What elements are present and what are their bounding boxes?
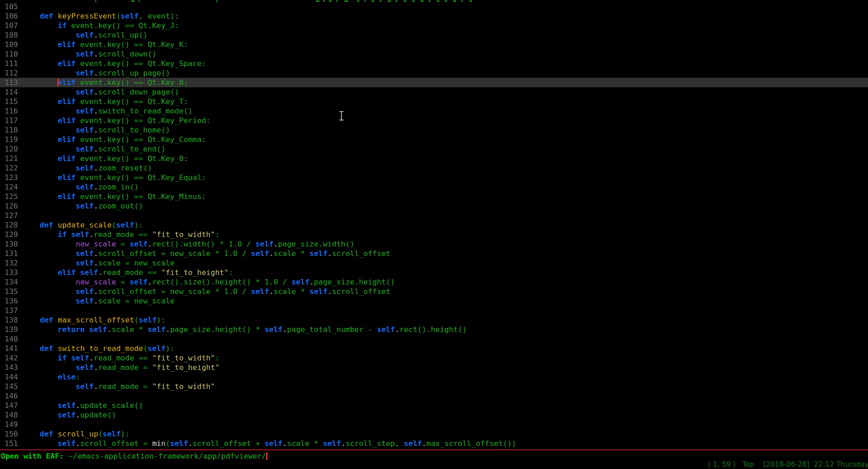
minibuffer-input[interactable]: Open with EAF: ~/emacs-application-frame… xyxy=(1,452,267,460)
code-line[interactable]: 140 xyxy=(0,334,868,344)
code-line[interactable]: 147 self.update_scale() xyxy=(0,401,868,410)
code-token: . xyxy=(94,145,98,153)
code-text: self.update_scale() xyxy=(22,401,143,410)
code-token xyxy=(22,145,76,153)
code-lines: 105106 def keyPressEvent(self, event):10… xyxy=(0,2,868,448)
code-line[interactable]: 124 self.zoom_in() xyxy=(0,182,868,192)
code-line[interactable]: 117 elif event.key() == Qt.Key_Period: xyxy=(0,116,868,125)
code-line[interactable]: 106 def keyPressEvent(self, event): xyxy=(0,11,868,21)
line-number: 114 xyxy=(5,87,18,97)
code-token: . xyxy=(94,107,98,115)
code-line[interactable]: 148 self.update() xyxy=(0,410,868,420)
code-line[interactable]: 128 def update_scale(self): xyxy=(0,220,868,230)
code-line[interactable]: 146 xyxy=(0,391,868,401)
code-token: switch_to_read_mode xyxy=(58,344,143,353)
code-line[interactable]: 151 self.scroll_offset = min(self.scroll… xyxy=(0,439,868,448)
code-line[interactable]: 131 self.scroll_offset = new_scale * 1.0… xyxy=(0,249,868,258)
code-token: self xyxy=(265,439,283,448)
code-token: . xyxy=(188,439,193,448)
code-token: self xyxy=(76,287,94,296)
code-line[interactable]: 107 if event.key() == Qt.Key_J: xyxy=(0,21,868,30)
code-token: self xyxy=(76,363,94,372)
code-line[interactable]: 114 self.scroll_down_page() xyxy=(0,87,868,97)
code-line[interactable]: 115 elif event.key() == Qt.Key_T: xyxy=(0,97,868,106)
code-text: elif self.read_mode == "fit_to_height": xyxy=(22,268,233,277)
code-token: page_size.width() xyxy=(278,240,354,248)
code-line[interactable]: 144 else: xyxy=(0,372,868,382)
code-line[interactable]: 112 self.scroll_up_page() xyxy=(0,68,868,78)
code-token: new_scale xyxy=(76,240,116,248)
code-line[interactable]: 135 self.scroll_offset = new_scale * 1.0… xyxy=(0,287,868,296)
code-line[interactable]: 150 def scroll_up(self): xyxy=(0,429,868,439)
code-line[interactable]: 111 elif event.key() == Qt.Key_Space: xyxy=(0,59,868,68)
code-token: zoom_reset() xyxy=(98,164,152,172)
code-line[interactable]: 126 self.zoom_out() xyxy=(0,201,868,211)
code-token xyxy=(22,69,76,77)
code-line[interactable]: 132 self.scale = new_scale xyxy=(0,258,868,268)
code-line[interactable]: 108 self.scroll_up() xyxy=(0,30,868,40)
line-number: 130 xyxy=(5,239,18,249)
code-token: ( xyxy=(166,439,170,448)
code-token: page_size.height() xyxy=(314,278,395,286)
code-token: . xyxy=(94,183,98,191)
code-token xyxy=(22,173,57,182)
code-line[interactable]: 113 elif event.key() == Qt.Key_B: xyxy=(0,78,868,87)
code-line[interactable]: 119 elif event.key() == Qt.Key_Comma: xyxy=(0,135,868,144)
code-token: update() xyxy=(80,411,116,419)
code-token xyxy=(22,126,76,134)
code-line[interactable]: 130 new_scale = self.rect().width() * 1.… xyxy=(0,239,868,249)
minibuffer-value: ~/emacs-application-framework/app/pdfvie… xyxy=(68,452,266,460)
line-number: 119 xyxy=(5,135,18,144)
code-line[interactable]: 116 self.switch_to_read_mode() xyxy=(0,106,868,116)
line-number: 150 xyxy=(5,429,18,439)
code-line[interactable]: 125 elif event.key() == Qt.Key_Minus: xyxy=(0,192,868,201)
code-token: : xyxy=(215,354,219,362)
code-buffer[interactable]: 105106 def keyPressEvent(self, event):10… xyxy=(0,0,868,449)
code-token: . xyxy=(94,382,98,391)
code-line[interactable]: 138 def max_scroll_offset(self): xyxy=(0,315,868,325)
code-line[interactable]: 122 self.zoom_reset() xyxy=(0,163,868,173)
code-text: self.zoom_reset() xyxy=(22,163,152,173)
code-line[interactable]: 129 if self.read_mode == "fit_to_width": xyxy=(0,230,868,239)
code-text: self.scroll_offset = min(self.scroll_off… xyxy=(22,439,516,448)
code-line[interactable]: 136 self.scale = new_scale xyxy=(0,296,868,306)
code-line[interactable]: 149 xyxy=(0,420,868,429)
code-line[interactable]: 110 self.scroll_down() xyxy=(0,49,868,59)
code-line[interactable]: 142 if self.read_mode == "fit_to_width": xyxy=(0,353,868,363)
code-line[interactable]: 105 xyxy=(0,2,868,11)
code-line[interactable]: 145 self.read_mode = "fit_to_width" xyxy=(0,382,868,391)
code-line[interactable]: 120 self.scroll_to_end() xyxy=(0,144,868,154)
line-number: 135 xyxy=(5,287,18,296)
line-number: 149 xyxy=(5,420,18,429)
code-token: . xyxy=(328,287,332,296)
code-token xyxy=(22,382,76,391)
code-line[interactable]: 139 return self.scale * self.page_size.h… xyxy=(0,325,868,334)
line-number: 118 xyxy=(5,125,18,135)
code-line[interactable]: 143 self.read_mode = "fit_to_height" xyxy=(0,363,868,372)
line-number: 142 xyxy=(5,353,18,363)
code-token xyxy=(22,325,57,334)
line-number: 140 xyxy=(5,334,18,344)
code-text: elif event.key() == Qt.Key_0: xyxy=(22,154,188,163)
code-line[interactable]: 141 def switch_to_read_mode(self): xyxy=(0,344,868,353)
code-line[interactable]: 137 xyxy=(0,306,868,315)
code-token: "fit_to_width" xyxy=(152,230,215,239)
line-number: 109 xyxy=(5,40,18,49)
line-number: 134 xyxy=(5,277,18,287)
code-token: self xyxy=(148,344,166,353)
code-text: self.scroll_to_end() xyxy=(22,144,166,154)
code-line[interactable]: 123 elif event.key() == Qt.Key_Equal: xyxy=(0,173,868,182)
code-line[interactable]: 134 new_scale = self.rect().size().heigh… xyxy=(0,277,868,287)
line-number: 151 xyxy=(5,439,18,448)
code-text: self.scale = new_scale xyxy=(22,258,175,268)
code-token: rect().size().height() * 1.0 / xyxy=(152,278,291,286)
code-token: scale * xyxy=(273,287,309,296)
code-line[interactable]: 118 self.scroll_to_home() xyxy=(0,125,868,135)
code-token: self xyxy=(251,249,269,258)
code-line[interactable]: 121 elif event.key() == Qt.Key_0: xyxy=(0,154,868,163)
code-line[interactable]: 127 xyxy=(0,211,868,220)
code-line[interactable]: 109 elif event.key() == Qt.Key_K: xyxy=(0,40,868,49)
code-text: elif event.key() == Qt.Key_Equal: xyxy=(22,173,206,182)
text-cursor xyxy=(57,79,59,86)
code-line[interactable]: 133 elif self.read_mode == "fit_to_heigh… xyxy=(0,268,868,277)
